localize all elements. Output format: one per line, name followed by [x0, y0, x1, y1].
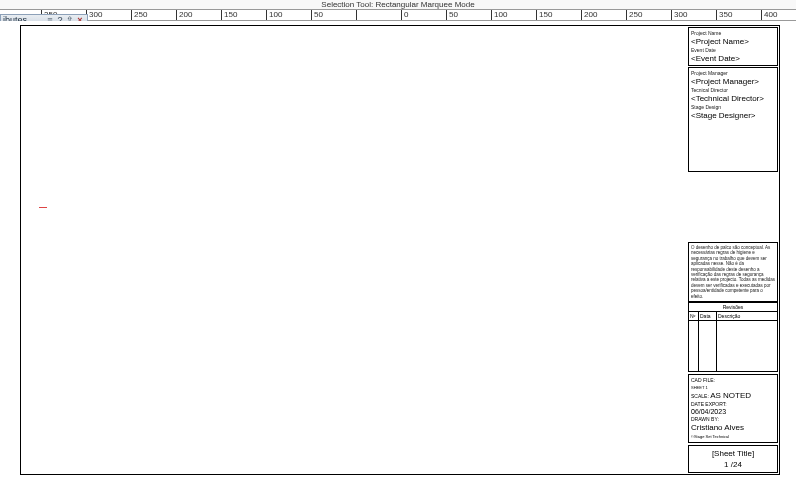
td-label: Tecnical Director — [691, 87, 775, 93]
drawn-sub: ©Stage Set Technical — [691, 434, 729, 439]
ruler-tick: 250 — [131, 10, 147, 21]
sheet-title: [Sheet Title] — [691, 449, 775, 458]
horizontal-ruler: 3503002502001501005005010015020025030035… — [0, 9, 796, 21]
ruler-tick: 100 — [491, 10, 507, 21]
event-date-value: <Event Date> — [691, 54, 775, 63]
tb-project-box: Project Name <Project Name> Event Date <… — [688, 27, 778, 66]
tb-revisions: Revisões Nº Data Descrição — [688, 302, 778, 372]
rev-h-date: Data — [699, 312, 717, 320]
drawing-canvas[interactable]: Project Name <Project Name> Event Date <… — [0, 21, 796, 500]
ruler-tick: 150 — [536, 10, 552, 21]
drawn-value: Cristiano Alves — [691, 423, 744, 432]
ruler-tick: 400 — [761, 10, 777, 21]
cad-value: SHEET 1 — [691, 385, 708, 390]
ruler-tick: 100 — [266, 10, 282, 21]
title-block: Project Name <Project Name> Event Date <… — [687, 26, 779, 474]
export-value: 06/04/2023 — [691, 408, 726, 415]
rev-body — [689, 321, 777, 371]
ruler-tick: 50 — [446, 10, 458, 21]
tb-info: CAD FILE: SHEET 1 SCALE: AS NOTED DATE E… — [688, 374, 778, 443]
ruler-tick: 50 — [311, 10, 323, 21]
sheet-number: 1 /24 — [691, 460, 775, 469]
project-name-value: <Project Name> — [691, 37, 775, 46]
rev-title: Revisões — [689, 303, 777, 312]
event-date-label: Event Date — [691, 47, 775, 53]
sd-value: <Stage Designer> — [691, 111, 775, 120]
status-tool-text: Selection Tool: Rectangular Marquee Mode — [321, 0, 474, 9]
rev-h-num: Nº — [689, 312, 699, 320]
status-bar: Selection Tool: Rectangular Marquee Mode — [0, 0, 796, 9]
sheet-border: Project Name <Project Name> Event Date <… — [20, 25, 780, 475]
td-value: <Technical Director> — [691, 94, 775, 103]
scale-label: SCALE: — [691, 393, 709, 399]
guide-mark — [39, 207, 47, 208]
ruler-tick — [356, 10, 359, 21]
tb-sheet: [Sheet Title] 1 /24 — [688, 445, 778, 473]
drawn-label: DRAWN BY: — [691, 416, 719, 422]
ruler-tick: 250 — [626, 10, 642, 21]
ruler-tick: 200 — [581, 10, 597, 21]
project-name-label: Project Name — [691, 30, 775, 36]
pm-label: Project Manager — [691, 70, 775, 76]
scale-value: AS NOTED — [710, 391, 751, 400]
ruler-tick: 0 — [401, 10, 408, 21]
ruler-tick: 300 — [86, 10, 102, 21]
export-label: DATE EXPORT: — [691, 401, 727, 407]
ruler-tick: 200 — [176, 10, 192, 21]
rev-header: Nº Data Descrição — [689, 312, 777, 321]
tb-people-box: Project Manager <Project Manager> Tecnic… — [688, 67, 778, 172]
pm-value: <Project Manager> — [691, 77, 775, 86]
rev-h-desc: Descrição — [717, 312, 777, 320]
ruler-tick: 350 — [716, 10, 732, 21]
sd-label: Stage Design — [691, 104, 775, 110]
tb-notes: O desenho de palco são conceptual. As ne… — [688, 242, 778, 302]
ruler-tick: 150 — [221, 10, 237, 21]
ruler-tick: 300 — [671, 10, 687, 21]
cad-label: CAD FILE: — [691, 377, 715, 383]
